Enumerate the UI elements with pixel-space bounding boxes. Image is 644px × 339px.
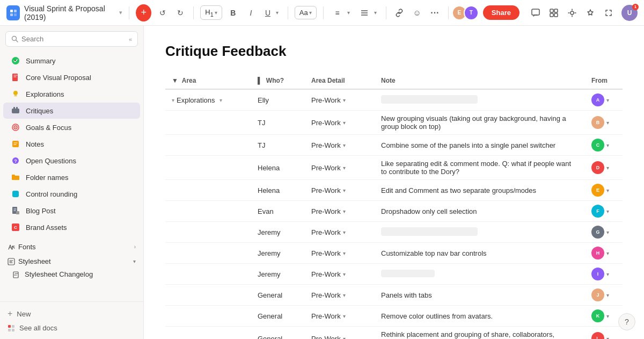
sidebar-item-blog-post[interactable]: Blog Post [3, 203, 140, 219]
help-button[interactable]: ? [618, 313, 635, 330]
who-cell: Evan [251, 201, 305, 222]
underline-arrow[interactable]: ▾ [274, 5, 281, 20]
comment-button[interactable] [528, 5, 543, 20]
sidebar-item-label: Open Questions [26, 157, 76, 165]
from-dropdown-arrow[interactable]: ▾ [606, 187, 609, 193]
more-button[interactable]: ··· [428, 5, 442, 20]
sidebar-item-explorations[interactable]: Explorations [3, 86, 140, 102]
detail-dropdown-arrow[interactable]: ▾ [343, 165, 346, 171]
detail-dropdown-arrow[interactable]: ▾ [343, 120, 346, 126]
align-button[interactable]: ≡ [330, 5, 345, 20]
detail-dropdown-arrow[interactable]: ▾ [343, 336, 346, 340]
stylesheet-section-header[interactable]: Stylesheet ▾ [0, 253, 143, 268]
from-dropdown-arrow[interactable]: ▾ [606, 208, 609, 214]
sidebar-collapse-button[interactable]: « [129, 36, 132, 42]
sidebar-item-notes[interactable]: Notes [3, 136, 140, 152]
table-row: GeneralPre-Work▾Rethink placement and gr… [165, 327, 623, 340]
from-cell: G▾ [585, 222, 623, 243]
sidebar-item-core-visual[interactable]: Core Visual Proposal [3, 69, 140, 85]
stylesheet-changelog-item[interactable]: Stylesheet Changelog [0, 268, 143, 281]
table-row: JeremyPre-Work▾Customizable top nav bar … [165, 243, 623, 264]
from-dropdown-arrow[interactable]: ▾ [606, 165, 609, 171]
who-cell: General [251, 327, 305, 340]
detail-dropdown-arrow[interactable]: ▾ [343, 313, 346, 319]
link-button[interactable] [393, 5, 406, 20]
col-header-note: Note [375, 73, 585, 89]
user-avatar[interactable]: U 1 [621, 5, 638, 21]
detail-dropdown-arrow[interactable]: ▾ [343, 142, 346, 148]
sidebar-item-critiques[interactable]: Critiques [3, 103, 140, 119]
detail-dropdown-arrow[interactable]: ▾ [343, 292, 346, 298]
area-cell [165, 222, 251, 243]
bold-button[interactable]: B [226, 5, 240, 20]
search-input[interactable] [21, 35, 126, 43]
from-dropdown-arrow[interactable]: ▾ [606, 142, 609, 148]
area-cell: ▾Explorations▾ [165, 89, 251, 111]
detail-dropdown-arrow[interactable]: ▾ [343, 229, 346, 235]
who-col-icon: ▌ [258, 77, 262, 84]
font-selector[interactable]: Aa ▾ [295, 6, 317, 19]
redo-button[interactable]: ↻ [173, 5, 187, 20]
share-button[interactable]: Share [483, 5, 519, 20]
new-doc-item[interactable]: + New [8, 306, 136, 321]
fonts-section-header[interactable]: Fonts › [0, 239, 143, 253]
detail-dropdown-arrow[interactable]: ▾ [343, 271, 346, 277]
from-dropdown-arrow[interactable]: ▾ [606, 271, 609, 277]
plugin-button[interactable] [565, 5, 580, 20]
star-button[interactable] [583, 5, 598, 20]
sidebar-item-brand-assets[interactable]: C Brand Assets [3, 219, 140, 235]
stylesheet-changelog-label: Stylesheet Changelog [25, 270, 93, 278]
sidebar-item-folder-names[interactable]: Folder names [3, 169, 140, 185]
italic-button[interactable]: I [244, 5, 258, 20]
see-all-docs-item[interactable]: See all docs [8, 321, 136, 335]
heading-selector[interactable]: H1 ▾ [200, 5, 222, 20]
sidebar-item-label: Control rounding [26, 190, 77, 198]
toolbar: Visual Sprint & Proposal (2019) ▾ + ↺ ↻ … [0, 0, 644, 26]
emoji-button[interactable]: ☺ [411, 5, 424, 20]
sidebar-item-label: Brand Assets [26, 223, 67, 232]
from-dropdown-arrow[interactable]: ▾ [606, 250, 609, 256]
add-button[interactable]: + [136, 4, 151, 21]
note-text: Like separating edit & comment mode. Q: … [381, 160, 571, 176]
detail-dropdown-arrow[interactable]: ▾ [343, 208, 346, 214]
sidebar-item-goals[interactable]: Goals & Focus [3, 119, 140, 135]
detail-value: Pre-Work [311, 141, 341, 149]
sidebar-item-open-questions[interactable]: ? Open Questions [3, 153, 140, 169]
app-icon[interactable] [6, 5, 20, 20]
detail-cell: Pre-Work▾ [305, 306, 375, 327]
list-button[interactable] [357, 5, 372, 20]
from-dropdown-arrow[interactable]: ▾ [606, 292, 609, 298]
detail-dropdown-arrow[interactable]: ▾ [343, 250, 346, 256]
detail-dropdown-arrow[interactable]: ▾ [343, 97, 346, 103]
area-expand-arrow: ▾ [172, 97, 174, 103]
from-dropdown-arrow[interactable]: ▾ [606, 336, 609, 340]
from-dropdown-arrow[interactable]: ▾ [606, 313, 609, 319]
doc-title[interactable]: Visual Sprint & Proposal (2019) ▾ [24, 4, 122, 21]
table-row: ▾Explorations▾EllyPre-Work▾A▾ [165, 89, 623, 111]
underline-button[interactable]: U [262, 5, 274, 20]
sidebar-item-control-rounding[interactable]: Control rounding [3, 186, 140, 202]
expand-button[interactable] [601, 5, 616, 20]
table-row: TJPre-Work▾Combine some of the panels in… [165, 135, 623, 156]
from-dropdown-arrow[interactable]: ▾ [606, 120, 609, 126]
sidebar-item-summary[interactable]: Summary [3, 53, 140, 69]
undo-button[interactable]: ↺ [156, 5, 169, 20]
detail-dropdown-arrow[interactable]: ▾ [343, 187, 346, 193]
from-dropdown-arrow[interactable]: ▾ [606, 229, 609, 235]
list-arrow[interactable]: ▾ [372, 5, 379, 20]
sidebar-item-label: Core Visual Proposal [26, 74, 91, 82]
note-cell [375, 89, 585, 111]
from-cell: H▾ [585, 243, 623, 264]
from-dropdown-arrow[interactable]: ▾ [606, 97, 609, 103]
svg-line-14 [16, 40, 18, 42]
detail-cell: Pre-Work▾ [305, 222, 375, 243]
list-group: ▾ [357, 5, 379, 20]
svg-rect-37 [8, 329, 11, 331]
align-arrow[interactable]: ▾ [345, 5, 353, 20]
table-row: TJPre-Work▾New grouping visuals (taking … [165, 111, 623, 135]
search-bar[interactable]: « [5, 31, 138, 47]
svg-text:C: C [14, 225, 17, 230]
table-view-button[interactable] [546, 5, 561, 20]
table-row: GeneralPre-Work▾Panels with tabsJ▾ [165, 285, 623, 306]
area-cell [165, 156, 251, 180]
